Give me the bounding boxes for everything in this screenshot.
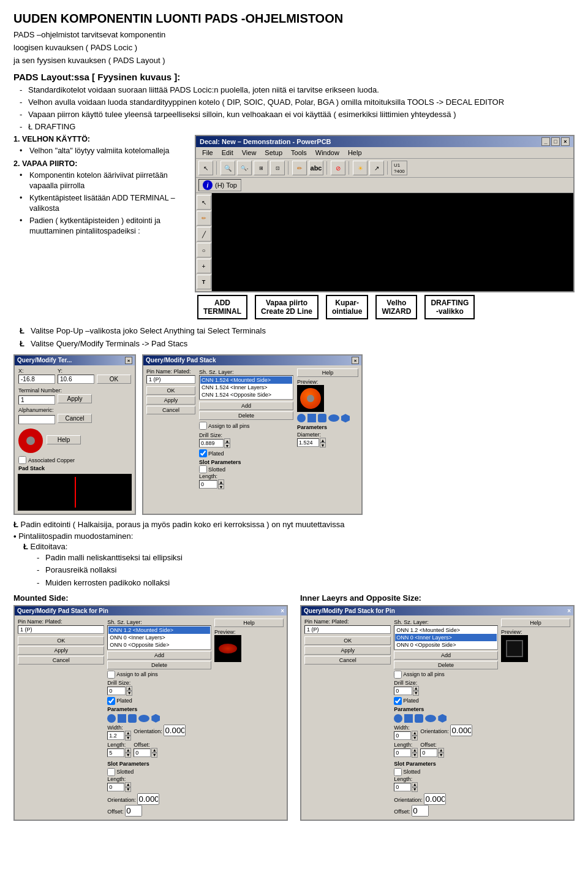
psd-add-btn[interactable]: Add xyxy=(199,402,293,410)
tb-zoom-in[interactable]: 🔍 xyxy=(221,161,235,175)
lt-text[interactable]: T xyxy=(197,275,211,289)
inner-slotted-check[interactable] xyxy=(394,768,402,776)
mounted-drill-down[interactable]: ▼ xyxy=(126,691,132,696)
mounted-apply-btn[interactable]: Apply xyxy=(18,646,104,655)
mounted-drill-input[interactable] xyxy=(107,687,126,695)
mounted-shape-rsq[interactable] xyxy=(128,714,137,723)
inner-shape-sq[interactable] xyxy=(404,714,413,723)
qmt-cancel-btn[interactable]: Cancel xyxy=(58,414,92,423)
psd-length-down[interactable]: ▼ xyxy=(218,484,224,489)
mounted-shape-sq[interactable] xyxy=(118,714,126,723)
psd-length-up[interactable]: ▲ xyxy=(218,479,224,484)
menu-tools[interactable]: Tools xyxy=(287,148,311,157)
m-w-up[interactable]: ▲ xyxy=(125,731,131,736)
inner-drill-up[interactable]: ▲ xyxy=(413,686,419,691)
mounted-offset-input[interactable] xyxy=(134,748,151,757)
inner-apply-btn[interactable]: Apply xyxy=(304,646,391,655)
tb-text[interactable]: abc xyxy=(309,161,323,175)
mounted-shape-c[interactable] xyxy=(107,714,116,723)
m-o-up[interactable]: ▲ xyxy=(151,748,157,753)
tb-cursor[interactable]: ↗ xyxy=(369,161,384,175)
inner-delete-btn[interactable]: Delete xyxy=(394,661,498,669)
i-o-up[interactable]: ▲ xyxy=(438,748,444,753)
menu-view[interactable]: View xyxy=(238,148,260,157)
inner-orient-input[interactable] xyxy=(450,725,472,736)
i-w-up[interactable]: ▲ xyxy=(412,731,418,736)
mounted-cancel-btn[interactable]: Cancel xyxy=(18,656,104,665)
lt-pencil[interactable]: ✏ xyxy=(197,211,211,226)
mounted-slot-orient-input[interactable] xyxy=(137,793,159,805)
close-btn[interactable]: × xyxy=(561,137,570,146)
i-l-up[interactable]: ▲ xyxy=(412,748,418,753)
inner-shape-ov[interactable] xyxy=(425,715,436,722)
psd-diameter-input[interactable] xyxy=(297,438,319,447)
pad-shape-circle[interactable] xyxy=(297,414,306,422)
mounted-help-btn[interactable]: Help xyxy=(214,619,284,627)
mounted-orient-input[interactable] xyxy=(164,725,186,736)
psd-close[interactable]: × xyxy=(352,357,359,364)
i-w-dn[interactable]: ▼ xyxy=(412,736,418,741)
inner-cancel-btn[interactable]: Cancel xyxy=(304,656,391,665)
alphanumeric-input[interactable] xyxy=(18,415,55,424)
pad-shape-hex[interactable] xyxy=(341,414,350,422)
i-l-dn[interactable]: ▼ xyxy=(412,753,418,758)
psd-drill-up[interactable]: ▲ xyxy=(224,438,230,443)
psd-diameter-down[interactable]: ▼ xyxy=(320,443,326,448)
tb-pencil[interactable]: ✏ xyxy=(292,161,307,175)
psd-assign-check[interactable] xyxy=(199,422,207,430)
inner-assign-check[interactable] xyxy=(394,671,402,679)
tb-no-op[interactable]: ⊘ xyxy=(331,161,345,175)
inner-layer-0[interactable]: ONN 1.2 <Mounted Side> xyxy=(395,626,497,634)
pad-shape-oval[interactable] xyxy=(328,414,339,422)
m-l-dn[interactable]: ▼ xyxy=(125,753,131,758)
menu-file[interactable]: File xyxy=(198,148,217,157)
mounted-width-input[interactable] xyxy=(107,731,124,740)
tb-zoom-area[interactable]: ⊡ xyxy=(270,161,285,175)
inner-add-btn[interactable]: Add xyxy=(394,651,498,660)
qmt-close[interactable]: × xyxy=(125,357,132,364)
m-w-dn[interactable]: ▼ xyxy=(125,736,131,741)
tb-zoom-fit[interactable]: ⊞ xyxy=(254,161,268,175)
inner-ok-btn[interactable]: OK xyxy=(304,636,391,645)
is-l-dn[interactable]: ▼ xyxy=(412,787,418,792)
inner-slot-orient-input[interactable] xyxy=(424,793,446,805)
inner-drill-input[interactable] xyxy=(394,687,412,695)
pad-shape-round-square[interactable] xyxy=(318,414,326,422)
inner-offset-input[interactable] xyxy=(420,748,437,757)
mounted-layer-1[interactable]: ONN 0 <Inner Layers> xyxy=(108,634,210,641)
mounted-delete-btn[interactable]: Delete xyxy=(107,661,211,669)
menu-window[interactable]: Window xyxy=(312,148,343,157)
ms-l-up[interactable]: ▲ xyxy=(125,782,131,787)
mounted-add-btn[interactable]: Add xyxy=(107,651,211,660)
mounted-assign-check[interactable] xyxy=(107,671,115,679)
m-o-dn[interactable]: ▼ xyxy=(151,753,157,758)
psd-layer-2[interactable]: CNN 1.524 <Opposite Side> xyxy=(200,391,292,398)
qmt-help-btn[interactable]: Help xyxy=(47,435,81,444)
inner-plated-check[interactable] xyxy=(394,697,402,705)
inner-slot-offset-input[interactable] xyxy=(412,805,429,817)
pad-shape-square[interactable] xyxy=(307,414,316,422)
inner-close[interactable]: × xyxy=(567,607,571,614)
inner-shape-c[interactable] xyxy=(394,714,402,723)
mounted-plated-check[interactable] xyxy=(107,697,115,705)
y-input[interactable] xyxy=(58,375,94,384)
inner-width-input[interactable] xyxy=(394,731,411,740)
ms-l-dn[interactable]: ▼ xyxy=(125,787,131,792)
mounted-shape-hex[interactable] xyxy=(151,714,160,723)
psd-help-btn[interactable]: Help xyxy=(297,368,358,377)
psd-diameter-up[interactable]: ▲ xyxy=(320,438,326,443)
inner-shape-rsq[interactable] xyxy=(415,714,423,723)
inner-drill-down[interactable]: ▼ xyxy=(413,691,419,696)
inner-help-btn[interactable]: Help xyxy=(501,619,570,627)
psd-layer-0[interactable]: CNN 1.524 <Mounted Side> xyxy=(200,376,292,384)
psd-plated-check[interactable] xyxy=(199,449,207,457)
tb-select[interactable]: ↖ xyxy=(198,161,213,175)
lt-pin[interactable]: + xyxy=(197,259,211,273)
psd-drill-down[interactable]: ▼ xyxy=(224,443,230,448)
qmt-ok-btn[interactable]: OK xyxy=(97,375,131,384)
lt-select[interactable]: ↖ xyxy=(197,195,211,210)
psd-delete-btn[interactable]: Delete xyxy=(199,411,293,420)
mounted-slot-offset-input[interactable] xyxy=(125,805,142,817)
tb-sun[interactable]: ☀ xyxy=(353,161,368,175)
inner-layer-2[interactable]: ONN 0 <Opposite Side> xyxy=(395,641,497,649)
